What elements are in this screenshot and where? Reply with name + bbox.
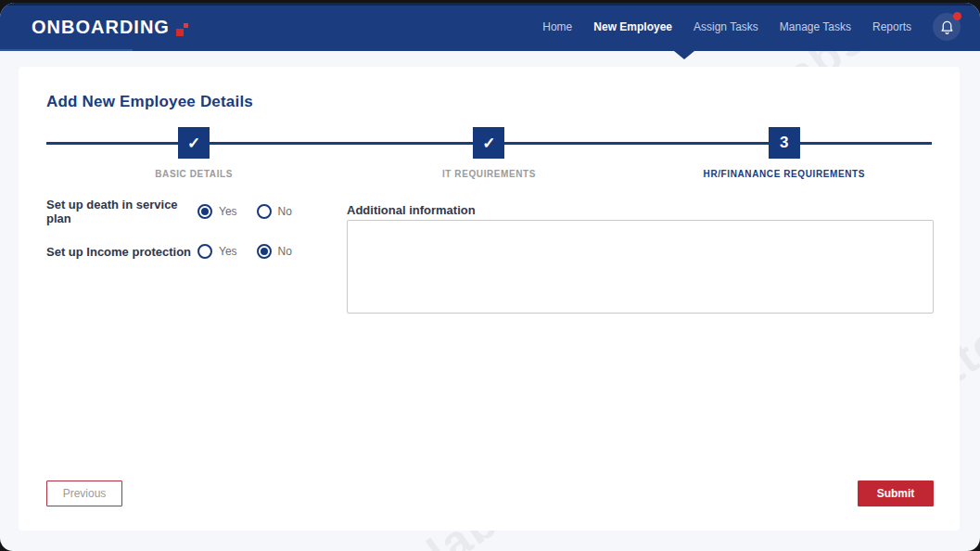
radio-label: Yes [219,205,237,218]
nav-item-manage-tasks[interactable]: Manage Tasks [780,20,851,33]
additional-information-label: Additional information [347,203,476,217]
bell-icon [939,19,955,35]
radio-icon[interactable] [197,204,212,219]
logo-mark-icon [176,19,193,38]
app-window: ©oncettolabs ©oncettolabs ©oncettolabs ©… [0,3,980,551]
step-basic-details[interactable]: ✓ BASIC DETAILS [46,127,341,179]
step-number-badge: 3 [769,127,800,159]
radio-option-no[interactable]: No [257,204,292,219]
app-logo-text: ONBOARDING [32,17,170,38]
nav-item-new-employee[interactable]: New Employee [593,20,672,33]
nav-item-reports[interactable]: Reports [872,20,911,33]
radio-option-no[interactable]: No [257,244,292,259]
nav-item-home[interactable]: Home [542,20,572,33]
step-check-icon: ✓ [473,127,504,159]
step-label: BASIC DETAILS [155,169,233,179]
step-label: HR/FINANANCE REQUIREMENTS [704,169,865,179]
active-nav-caret-icon [674,51,694,59]
step-label: IT REQUIREMENTS [442,169,536,179]
logo-red-square-icon [176,29,184,36]
radio-option-yes[interactable]: Yes [197,244,237,259]
submit-button[interactable]: Submit [858,481,934,506]
notification-unread-dot [953,12,961,20]
logo-underline [0,49,133,51]
progress-stepper: ✓ BASIC DETAILS ✓ IT REQUIREMENTS 3 HR/F… [46,127,932,181]
logo-red-dot-icon [184,23,188,28]
nav-item-assign-tasks[interactable]: Assign Tasks [694,20,758,33]
step-it-requirements[interactable]: ✓ IT REQUIREMENTS [341,127,636,179]
main-nav: Home New Employee Assign Tasks Manage Ta… [542,3,961,51]
step-check-icon: ✓ [178,127,210,159]
notifications-button[interactable] [933,13,961,41]
question-income-protection: Set up Income protection Yes No [46,243,312,260]
radio-icon[interactable] [257,244,272,259]
radio-icon[interactable] [197,244,212,259]
question-label: Set up Income protection [46,245,197,259]
radio-label: No [278,245,292,258]
question-death-in-service: Set up death in service plan Yes No [46,203,312,220]
step-hr-finance-requirements[interactable]: 3 HR/FINANANCE REQUIREMENTS [637,127,932,179]
radio-label: Yes [219,245,237,258]
page-title: Add New Employee Details [46,93,253,111]
radio-label: No [278,205,292,218]
top-navbar: ONBOARDING Home New Employee Assign Task… [0,3,980,51]
app-logo: ONBOARDING [32,17,193,38]
additional-information-textarea[interactable] [347,220,934,314]
content-card: Add New Employee Details ✓ BASIC DETAILS… [19,67,960,531]
previous-button[interactable]: Previous [46,481,122,506]
radio-option-yes[interactable]: Yes [197,204,237,219]
question-label: Set up death in service plan [46,198,197,225]
radio-icon[interactable] [257,204,272,219]
